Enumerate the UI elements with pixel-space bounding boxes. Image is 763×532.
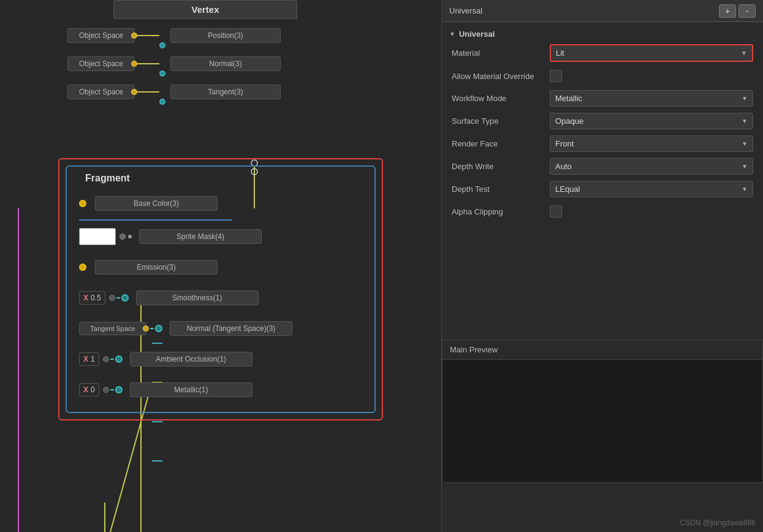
preview-header: Main Preview bbox=[442, 340, 762, 360]
prop-label-allow-override: Allow Material Override bbox=[452, 72, 550, 81]
dropdown-arrow-surface: ▼ bbox=[742, 118, 748, 124]
ao-value-box: X 1 bbox=[79, 352, 99, 366]
fport-name-ao: Ambient Occlusion(1) bbox=[130, 352, 252, 367]
vertex-title: Vertex bbox=[113, 0, 297, 19]
fport-name-normal-tangent: Normal (Tangent Space)(3) bbox=[170, 321, 292, 336]
workflow-dropdown[interactable]: Metallic ▼ bbox=[550, 90, 753, 107]
fport-dot-metallic[interactable] bbox=[115, 386, 123, 393]
renderface-dropdown[interactable]: Front ▼ bbox=[550, 135, 753, 152]
fport-wire-dot-metallic bbox=[103, 387, 109, 393]
bottom-wire bbox=[104, 503, 105, 532]
port-row: Object Space Normal(3) bbox=[67, 51, 349, 77]
depthwrite-dropdown[interactable]: Auto ▼ bbox=[550, 158, 753, 175]
vertex-ports: Object Space Position(3) Object Space No… bbox=[61, 23, 349, 107]
dropdown-arrow-depthtest: ▼ bbox=[742, 186, 748, 192]
fport-name-basecolor: Base Color(3) bbox=[95, 196, 218, 211]
fport-cyan-wire-2 bbox=[150, 328, 154, 329]
depthtest-dropdown[interactable]: LEqual ▼ bbox=[550, 181, 753, 197]
fport-dot-smoothness[interactable] bbox=[121, 294, 129, 302]
prop-row-renderface: Render Face Front ▼ bbox=[442, 132, 763, 155]
allow-override-checkbox[interactable] bbox=[550, 70, 562, 82]
fport-dot-ao[interactable] bbox=[115, 355, 123, 363]
fport-label-tangent: Tangent Space bbox=[79, 322, 146, 335]
fragment-port-spritemask: Sprite Mask(4) bbox=[79, 222, 368, 251]
prop-label-material: Material bbox=[452, 48, 550, 58]
fport-wire-dot bbox=[120, 234, 126, 240]
prop-label-alpha-clip: Alpha Clipping bbox=[452, 207, 550, 216]
port-dot-3[interactable] bbox=[131, 89, 137, 95]
main-preview: Main Preview bbox=[442, 340, 763, 483]
prop-value-allow-override bbox=[550, 70, 753, 82]
port-label-object-space-1: Object Space bbox=[67, 28, 135, 43]
fport-name-spritemask: Sprite Mask(4) bbox=[139, 229, 262, 244]
fragment-outer: Fragment Base Color(3) Sprite Mask(4) bbox=[58, 158, 383, 420]
dropdown-arrow-renderface: ▼ bbox=[742, 140, 748, 147]
color-swatch[interactable] bbox=[79, 228, 116, 245]
fport-name-emission: Emission(3) bbox=[95, 260, 218, 275]
prop-label-surface: Surface Type bbox=[452, 116, 550, 126]
fragment-port-normal: Tangent Space Normal (Tangent Space)(3) bbox=[79, 314, 368, 343]
prop-row-alpha-clip: Alpha Clipping bbox=[442, 200, 763, 222]
port-row: Object Space Tangent(3) bbox=[67, 79, 349, 105]
fport-name-smoothness: Smoothness(1) bbox=[136, 291, 259, 305]
surface-dropdown[interactable]: Opaque ▼ bbox=[550, 113, 753, 129]
section-header: ▼ Universal bbox=[442, 27, 763, 41]
port-row: Object Space Position(3) bbox=[67, 23, 349, 48]
metallic-value-box: X 0 bbox=[79, 383, 99, 397]
port-name-normal: Normal(3) bbox=[170, 56, 281, 71]
dropdown-arrow: ▼ bbox=[741, 50, 747, 56]
fport-cyan-wire bbox=[116, 297, 120, 298]
prop-value-surface: Opaque ▼ bbox=[550, 113, 753, 129]
fport-name-metallic: Metallic(1) bbox=[130, 382, 252, 397]
fragment-inner: Fragment Base Color(3) Sprite Mask(4) bbox=[66, 165, 376, 413]
port-dot-2[interactable] bbox=[131, 61, 137, 67]
fport-small-dot bbox=[128, 235, 132, 238]
fragment-port-ao: X 1 Ambient Occlusion(1) bbox=[79, 344, 368, 374]
prop-value-depthwrite: Auto ▼ bbox=[550, 158, 753, 175]
prop-row-material: Material Lit ▼ bbox=[442, 41, 763, 65]
top-bar: Universal + - bbox=[442, 0, 763, 22]
prop-value-renderface: Front ▼ bbox=[550, 135, 753, 152]
dropdown-arrow-workflow: ▼ bbox=[742, 95, 748, 102]
port-name-tangent: Tangent(3) bbox=[170, 85, 281, 99]
fport-dot-basecolor[interactable] bbox=[79, 200, 86, 207]
fragment-port-emission: Emission(3) bbox=[79, 253, 368, 282]
prop-label-depthwrite: Depth Write bbox=[452, 162, 550, 171]
plus-button[interactable]: + bbox=[719, 4, 736, 18]
prop-row-surface: Surface Type Opaque ▼ bbox=[442, 110, 763, 132]
prop-row-depthwrite: Depth Write Auto ▼ bbox=[442, 155, 763, 178]
fport-dot-normal[interactable] bbox=[155, 325, 162, 332]
prop-value-workflow: Metallic ▼ bbox=[550, 90, 753, 107]
fport-wire-dot-ao bbox=[103, 356, 109, 362]
prop-row-allow-override: Allow Material Override bbox=[442, 65, 763, 87]
prop-value-depthtest: LEqual ▼ bbox=[550, 181, 753, 197]
fport-right-dot-normal[interactable] bbox=[143, 325, 149, 332]
section-title: Universal bbox=[459, 29, 495, 39]
renderface-dropdown-value: Front bbox=[555, 139, 574, 148]
workflow-dropdown-value: Metallic bbox=[555, 94, 582, 103]
properties-section: ▼ Universal Material Lit ▼ Allow Materia… bbox=[442, 22, 763, 227]
right-panel: Universal + - ▼ Universal Material Lit ▼… bbox=[441, 0, 763, 532]
prop-label-renderface: Render Face bbox=[452, 139, 550, 148]
prop-value-material: Lit ▼ bbox=[550, 44, 753, 62]
port-in-dot-2[interactable] bbox=[159, 70, 165, 77]
fragment-port-metallic: X 0 Metallic(1) bbox=[79, 375, 368, 405]
fport-cyan-wire-4 bbox=[110, 389, 114, 390]
triangle-icon: ▼ bbox=[449, 31, 455, 37]
port-name-position: Position(3) bbox=[170, 28, 281, 43]
port-in-dot-3[interactable] bbox=[159, 99, 165, 105]
prop-label-depthtest: Depth Test bbox=[452, 184, 550, 194]
node-editor: Vertex Object Space Position(3) Object S… bbox=[0, 0, 441, 532]
port-in-dot-1[interactable] bbox=[159, 42, 165, 48]
port-dot-1[interactable] bbox=[131, 32, 137, 39]
fragment-port-base-color: Base Color(3) bbox=[79, 189, 368, 218]
minus-button[interactable]: - bbox=[738, 4, 756, 18]
fport-dot-emission[interactable] bbox=[79, 264, 86, 271]
fragment-title: Fragment bbox=[79, 173, 368, 184]
fport-wire-dot-smooth bbox=[109, 295, 115, 301]
fport-cyan-wire-3 bbox=[110, 359, 114, 360]
alpha-clip-checkbox[interactable] bbox=[550, 205, 562, 218]
prop-row-depthtest: Depth Test LEqual ▼ bbox=[442, 178, 763, 200]
material-dropdown[interactable]: Lit ▼ bbox=[550, 44, 753, 62]
dropdown-arrow-depthwrite: ▼ bbox=[742, 163, 748, 170]
